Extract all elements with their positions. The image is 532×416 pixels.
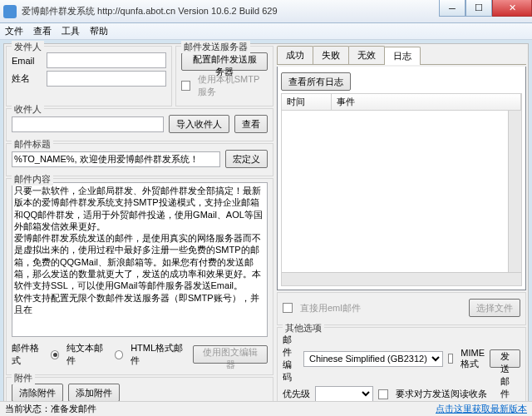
clear-attach-button[interactable]: 清除附件: [12, 384, 63, 402]
menu-help[interactable]: 帮助: [90, 25, 108, 37]
other-legend: 其他选项: [283, 322, 324, 334]
receipt-label: 要求对方发送阅读收条: [396, 388, 487, 400]
minimize-button[interactable]: ─: [439, 0, 466, 17]
plain-label: 纯文本邮件: [66, 342, 109, 367]
subject-field[interactable]: [12, 151, 220, 167]
update-link[interactable]: 点击这里获取最新版本: [436, 403, 527, 415]
attach-legend: 附件: [12, 372, 35, 384]
smtp-legend: 邮件发送服务器: [181, 41, 250, 53]
receipt-checkbox[interactable]: [378, 389, 388, 399]
send-button[interactable]: 发送邮件: [490, 349, 520, 368]
encoding-label: 邮件编码: [283, 334, 298, 384]
html-radio[interactable]: [115, 350, 123, 359]
statusbar: 当前状态：准备发邮件 点击这里获取最新版本: [0, 401, 532, 416]
recipients-field[interactable]: [12, 116, 164, 132]
tab-fail[interactable]: 失败: [313, 46, 349, 64]
view-recipients-button[interactable]: 查看: [234, 115, 268, 133]
col-event[interactable]: 事件: [332, 94, 521, 110]
format-label: 邮件格式: [12, 342, 46, 367]
scrollbar-v[interactable]: [508, 111, 521, 285]
config-smtp-button[interactable]: 配置邮件发送服务器: [181, 52, 268, 71]
col-time[interactable]: 时间: [282, 94, 332, 110]
status-label: 当前状态：: [5, 404, 51, 414]
name-label: 姓名: [12, 72, 42, 85]
body-textarea[interactable]: 只要一款软件，企业邮局群发、外贸邮件群发全部搞定！最新版本的爱博邮件群发系统支持…: [12, 182, 268, 337]
scrollbar-h[interactable]: [282, 272, 521, 285]
priority-label: 优先级: [283, 388, 310, 400]
menu-view[interactable]: 查看: [33, 25, 52, 37]
email-field[interactable]: [47, 52, 166, 68]
editor-button: 使用图文编辑器: [193, 345, 268, 364]
mime-label: MIME格式: [461, 348, 485, 370]
eml-label: 直接用eml邮件: [300, 302, 361, 314]
encoding-select[interactable]: Chinese Simplified (GB2312): [303, 351, 443, 367]
name-field[interactable]: [47, 71, 166, 87]
local-smtp-checkbox[interactable]: [181, 81, 190, 91]
tabs: 成功 失败 无效 日志: [277, 46, 526, 65]
titlebar: 爱博邮件群发系统 http://qunfa.abot.cn Version 10…: [0, 0, 532, 23]
maximize-button[interactable]: ☐: [466, 0, 492, 17]
tab-log[interactable]: 日志: [384, 47, 421, 65]
body-legend: 邮件内容: [12, 173, 53, 186]
recipients-legend: 收件人: [12, 103, 44, 116]
menu-file[interactable]: 文件: [5, 25, 23, 37]
macro-button[interactable]: 宏定义: [225, 150, 268, 168]
view-all-logs-button[interactable]: 查看所有日志: [281, 72, 351, 91]
app-icon: [3, 5, 17, 18]
close-button[interactable]: ✕: [492, 0, 532, 17]
sender-legend: 发件人: [12, 41, 44, 53]
html-label: HTML格式邮件: [131, 342, 188, 367]
add-attach-button[interactable]: 添加附件: [68, 384, 120, 402]
plain-radio[interactable]: [51, 350, 59, 359]
choose-file-button: 选择文件: [469, 299, 520, 317]
import-recipients-button[interactable]: 导入收件人: [169, 115, 229, 133]
subject-legend: 邮件标题: [12, 138, 53, 151]
local-smtp-label: 使用本机SMTP服务: [198, 73, 268, 98]
eml-checkbox[interactable]: [283, 303, 293, 313]
log-panel: 查看所有日志 时间 事件: [277, 67, 526, 290]
log-body: [281, 111, 522, 286]
status-value: 准备发邮件: [51, 404, 96, 414]
log-header: 时间 事件: [281, 93, 522, 111]
priority-select[interactable]: [315, 386, 373, 402]
tab-success[interactable]: 成功: [277, 46, 313, 64]
menubar: 文件 查看 工具 帮助: [0, 23, 532, 40]
menu-tools[interactable]: 工具: [62, 25, 80, 37]
email-label: Email: [12, 56, 42, 66]
mime-checkbox[interactable]: [448, 354, 453, 364]
tab-invalid[interactable]: 无效: [348, 46, 385, 64]
